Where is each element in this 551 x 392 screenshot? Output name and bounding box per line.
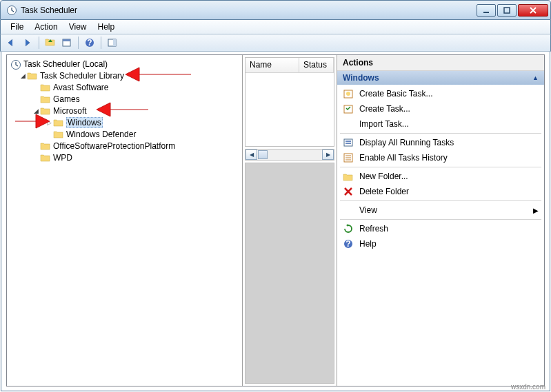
action-new-folder[interactable]: New Folder... bbox=[337, 169, 544, 184]
scroll-left-icon[interactable]: ◀ bbox=[246, 149, 257, 160]
tree-item-wpd[interactable]: WPD bbox=[10, 152, 239, 163]
folder-icon bbox=[40, 106, 51, 115]
close-button[interactable] bbox=[518, 4, 548, 17]
horizontal-scrollbar[interactable]: ◀ ▶ bbox=[245, 149, 334, 161]
action-display-running[interactable]: Display All Running Tasks bbox=[337, 135, 544, 150]
detail-pane bbox=[245, 163, 334, 384]
svg-rect-4 bbox=[63, 39, 70, 41]
svg-rect-13 bbox=[345, 141, 351, 142]
folder-icon bbox=[40, 94, 51, 103]
tree-label: Microsoft bbox=[53, 106, 87, 116]
tree-item-avast[interactable]: Avast Software bbox=[10, 81, 239, 93]
properties-button[interactable] bbox=[59, 35, 74, 50]
action-enable-history[interactable]: Enable All Tasks History bbox=[337, 150, 544, 165]
scroll-thumb[interactable] bbox=[258, 150, 268, 159]
refresh-icon bbox=[343, 223, 354, 234]
tree-item-defender[interactable]: Windows Defender bbox=[10, 128, 239, 140]
up-button[interactable] bbox=[43, 35, 58, 50]
svg-text:?: ? bbox=[87, 38, 92, 48]
running-icon bbox=[343, 137, 354, 148]
import-icon bbox=[343, 118, 354, 130]
menubar: File Action View Help bbox=[0, 20, 551, 34]
action-label: Help bbox=[359, 239, 377, 249]
collapse-icon[interactable]: ▲ bbox=[532, 74, 539, 81]
menu-view[interactable]: View bbox=[63, 21, 92, 33]
svg-rect-2 bbox=[504, 8, 510, 13]
back-button[interactable] bbox=[3, 35, 19, 50]
menu-file[interactable]: File bbox=[5, 21, 29, 33]
tree-item-library[interactable]: ◢ Task Scheduler Library bbox=[10, 70, 239, 81]
minimize-button[interactable] bbox=[477, 4, 496, 17]
svg-rect-14 bbox=[345, 143, 351, 144]
tree-label: Games bbox=[53, 94, 80, 104]
task-list-pane: Name Status ◀ ▶ bbox=[243, 55, 337, 386]
separator bbox=[101, 37, 101, 49]
actions-pane: Actions Windows ▲ Create Basic Task... C… bbox=[337, 55, 544, 386]
scroll-right-icon[interactable]: ▶ bbox=[322, 149, 334, 160]
separator bbox=[340, 133, 541, 134]
menu-action[interactable]: Action bbox=[29, 21, 63, 33]
tree-label: Task Scheduler Library bbox=[40, 71, 124, 81]
folder-icon bbox=[53, 118, 64, 127]
action-help[interactable]: ? Help bbox=[337, 236, 544, 251]
separator bbox=[340, 167, 541, 167]
folder-icon bbox=[27, 71, 38, 80]
svg-point-10 bbox=[346, 92, 350, 96]
menu-help[interactable]: Help bbox=[92, 21, 121, 33]
action-create-task[interactable]: Create Task... bbox=[337, 101, 544, 116]
action-label: Create Task... bbox=[359, 104, 410, 114]
actions-context-label: Windows bbox=[343, 73, 379, 83]
action-view[interactable]: View ▶ bbox=[337, 203, 544, 218]
action-label: View bbox=[359, 205, 377, 215]
tree-item-games[interactable]: Games bbox=[10, 93, 239, 105]
blank-icon bbox=[343, 205, 354, 216]
column-status[interactable]: Status bbox=[299, 58, 334, 72]
delete-icon bbox=[343, 186, 354, 197]
svg-rect-8 bbox=[113, 39, 116, 46]
tree-label: OfficeSoftwareProtectionPlatform bbox=[53, 141, 175, 151]
tree-item-ospp[interactable]: OfficeSoftwareProtectionPlatform bbox=[10, 140, 239, 152]
tree-item-windows[interactable]: ▷ Windows bbox=[10, 116, 239, 128]
tree-label: WPD bbox=[53, 153, 72, 163]
maximize-button[interactable] bbox=[497, 4, 517, 17]
task-list[interactable]: Name Status bbox=[245, 57, 334, 147]
expander-icon[interactable]: ▷ bbox=[46, 119, 52, 126]
expander-icon[interactable]: ◢ bbox=[19, 72, 26, 79]
tree-label: Task Scheduler (Local) bbox=[23, 59, 108, 69]
action-label: Delete Folder bbox=[359, 187, 409, 196]
action-delete-folder[interactable]: Delete Folder bbox=[337, 184, 544, 199]
action-label: New Folder... bbox=[359, 172, 408, 181]
clock-icon bbox=[10, 59, 21, 68]
submenu-arrow-icon: ▶ bbox=[533, 207, 539, 214]
action-refresh[interactable]: Refresh bbox=[337, 221, 544, 236]
folder-icon bbox=[40, 153, 51, 162]
folder-icon bbox=[343, 171, 354, 182]
action-label: Display All Running Tasks bbox=[359, 138, 454, 147]
show-hide-button[interactable] bbox=[105, 35, 120, 50]
action-label: Create Basic Task... bbox=[359, 89, 433, 99]
app-icon bbox=[6, 5, 17, 16]
svg-text:?: ? bbox=[345, 239, 350, 249]
separator bbox=[39, 37, 39, 49]
history-icon bbox=[343, 152, 354, 163]
tree-root[interactable]: Task Scheduler (Local) bbox=[10, 58, 239, 70]
tree-label: Windows Defender bbox=[66, 130, 136, 139]
action-create-basic-task[interactable]: Create Basic Task... bbox=[337, 86, 544, 101]
action-label: Import Task... bbox=[359, 119, 409, 129]
tree[interactable]: Task Scheduler (Local) ◢ Task Scheduler … bbox=[8, 56, 241, 165]
action-import-task[interactable]: Import Task... bbox=[337, 116, 544, 132]
action-label: Enable All Tasks History bbox=[359, 153, 448, 163]
folder-icon bbox=[40, 83, 51, 92]
actions-context-header[interactable]: Windows ▲ bbox=[337, 71, 544, 85]
tree-label: Avast Software bbox=[53, 83, 108, 92]
separator bbox=[340, 219, 541, 220]
forward-button[interactable] bbox=[20, 35, 35, 50]
folder-icon bbox=[53, 130, 64, 138]
column-name[interactable]: Name bbox=[246, 58, 299, 72]
tree-item-microsoft[interactable]: ◢ Microsoft bbox=[10, 105, 239, 116]
watermark: wsxdn.com bbox=[511, 383, 545, 391]
separator bbox=[340, 200, 541, 201]
help-icon: ? bbox=[343, 238, 354, 249]
help-button[interactable]: ? bbox=[82, 35, 97, 50]
expander-icon[interactable]: ◢ bbox=[32, 107, 39, 114]
